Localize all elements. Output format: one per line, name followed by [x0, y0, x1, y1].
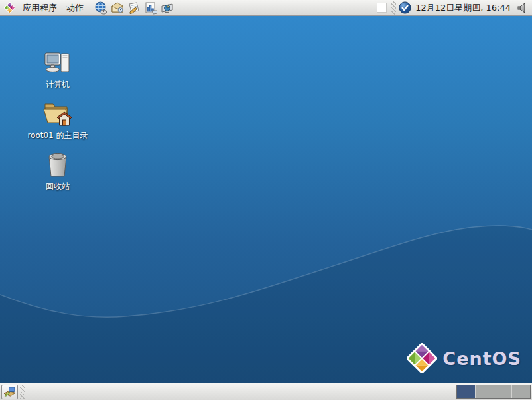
tray-area: 12月12日星期四, 16:44: [377, 1, 532, 15]
show-desktop-icon: [3, 386, 16, 397]
email-launcher[interactable]: [109, 1, 125, 15]
panel-drag-handle[interactable]: [20, 385, 25, 399]
centos-menu-icon: [4, 2, 15, 13]
web-browser-launcher[interactable]: [92, 1, 109, 15]
volume-icon[interactable]: [516, 2, 528, 14]
menu-actions-label: 动作: [66, 2, 84, 14]
trash-icon: [44, 153, 71, 179]
document-pencil-icon: [127, 1, 141, 15]
word-processor-launcher[interactable]: [125, 1, 142, 15]
workspace-4[interactable]: [512, 385, 530, 398]
applet-drag-handle[interactable]: [391, 1, 396, 15]
menu-applications-label: 应用程序: [23, 2, 57, 14]
chart-sheet-icon: [144, 1, 157, 15]
clock-applet[interactable]: 12月12日星期四, 16:44: [415, 2, 511, 14]
workspace-1[interactable]: [457, 385, 476, 398]
notification-tray-square[interactable]: [377, 3, 387, 13]
show-desktop-button[interactable]: [1, 385, 18, 399]
centos-desktop: 应用程序 动作: [0, 0, 532, 400]
launcher-group: [92, 1, 175, 15]
home-folder-icon: [42, 101, 73, 128]
desktop-icon-home[interactable]: root01 的主目录: [21, 101, 95, 141]
workspace-switcher: [456, 385, 531, 399]
bottom-panel: [0, 383, 532, 400]
envelope-icon: [111, 1, 124, 15]
spreadsheet-launcher[interactable]: [142, 1, 159, 15]
centos-logo-icon: [407, 343, 437, 373]
desktop-surface[interactable]: 计算机 root01 的主目录: [0, 16, 532, 383]
computer-icon: [43, 50, 72, 77]
pie-screen-icon: [161, 1, 174, 15]
top-panel: 应用程序 动作: [0, 0, 532, 16]
menu-applications[interactable]: 应用程序: [18, 1, 62, 15]
centos-brand-text: CentOS: [442, 348, 521, 369]
workspace-2[interactable]: [476, 385, 494, 398]
globe-icon: [94, 1, 107, 15]
menu-actions[interactable]: 动作: [62, 1, 88, 15]
desktop-icon-label: root01 的主目录: [27, 130, 88, 141]
desktop-icon-label: 回收站: [46, 181, 70, 192]
presentation-launcher[interactable]: [159, 1, 175, 15]
desktop-icon-trash[interactable]: 回收站: [21, 153, 95, 192]
update-notifier-icon[interactable]: [399, 1, 411, 14]
centos-watermark: CentOS: [407, 343, 521, 373]
workspace-3[interactable]: [494, 385, 513, 398]
desktop-icon-computer[interactable]: 计算机: [21, 50, 95, 90]
desktop-icon-label: 计算机: [46, 79, 70, 90]
